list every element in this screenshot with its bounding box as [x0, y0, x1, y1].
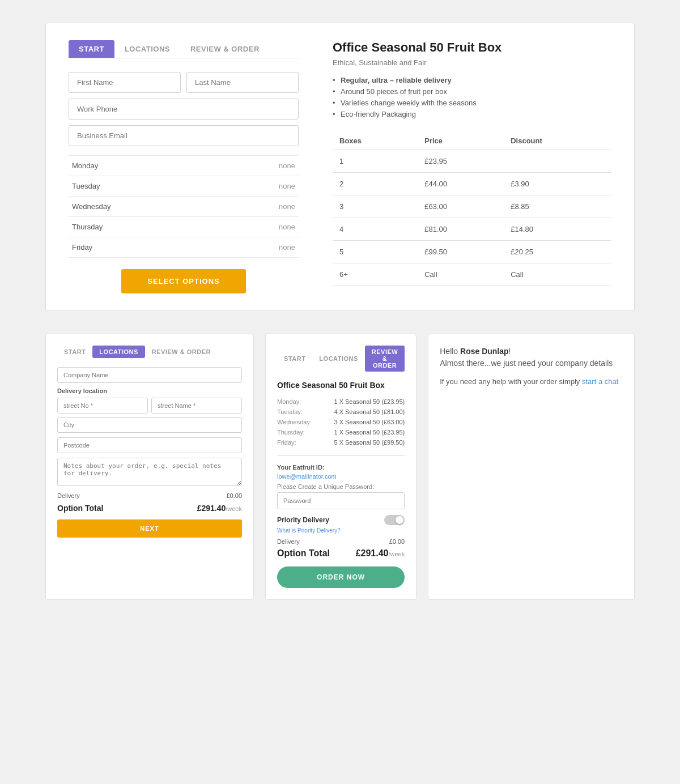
select-options-button[interactable]: SELECT OPTIONS — [121, 269, 246, 293]
bottom-mid-tab-locations[interactable]: LOCATIONS — [312, 352, 364, 365]
bottom-left-tab-review[interactable]: REVIEW & ORDER — [145, 346, 218, 358]
pricing-table: Boxes Price Discount 1 £23.95 2 £44.00 £… — [333, 132, 611, 286]
tab-review-order[interactable]: REVIEW & ORDER — [180, 40, 270, 58]
price-3: £63.00 — [418, 195, 504, 218]
password-input[interactable] — [277, 492, 405, 509]
price-4: £81.00 — [418, 218, 504, 241]
feature-item-4: Eco-friendly Packaging — [333, 110, 611, 118]
review-day-wednesday: Wednesday: 3 X Seasonal 50 (£63.00) — [277, 417, 405, 427]
order-now-button[interactable]: ORDER NOW — [277, 566, 405, 588]
price-6: Call — [418, 263, 504, 286]
priority-toggle[interactable] — [384, 515, 405, 525]
discount-1 — [504, 150, 611, 173]
pricing-row-5: 5 £99.50 £20.25 — [333, 241, 611, 263]
price-1: £23.95 — [418, 150, 504, 173]
pricing-row-3: 3 £63.00 £8.85 — [333, 195, 611, 218]
bottom-left-tab-bar: START LOCATIONS REVIEW & ORDER — [57, 346, 242, 358]
eatfruit-label: Your Eatfruit ID: — [277, 464, 405, 471]
review-delivery-label: Delivery — [277, 538, 300, 545]
feature-text-1: Regular, ultra – reliable delivery — [341, 76, 452, 84]
priority-link[interactable]: What is Priority Delivery? — [277, 527, 405, 534]
email-row — [69, 125, 299, 146]
option-total-row: Option Total £291.40/week — [57, 504, 242, 513]
postcode-input[interactable] — [57, 437, 242, 453]
day-row-tuesday: Tuesday none — [69, 176, 299, 197]
locations-panel: START LOCATIONS REVIEW & ORDER Delivery … — [45, 334, 254, 600]
help-message: If you need any help with your order sim… — [440, 376, 623, 387]
delivery-label: Delivery — [57, 492, 80, 499]
left-panel: START LOCATIONS REVIEW & ORDER Monday — [69, 40, 299, 293]
discount-2: £3.90 — [504, 173, 611, 195]
review-total-row: Option Total £291.40/week — [277, 548, 405, 559]
week-suffix: /week — [226, 505, 242, 512]
review-day-thursday: Thursday: 1 X Seasonal 50 (£23.95) — [277, 427, 405, 437]
tab-bar: START LOCATIONS REVIEW & ORDER — [69, 40, 299, 58]
review-day-label-tue: Tuesday: — [277, 408, 303, 415]
feature-item-2: Around 50 pieces of fruit per box — [333, 87, 611, 96]
review-total-label: Option Total — [277, 548, 330, 559]
bottom-mid-tab-start[interactable]: START — [277, 352, 312, 365]
col-header-boxes: Boxes — [333, 132, 418, 150]
company-name-input[interactable] — [57, 367, 242, 383]
priority-label: Priority Delivery — [277, 516, 329, 524]
next-button[interactable]: NEXT — [57, 519, 242, 538]
bottom-mid-tab-review[interactable]: REVIEW & ORDER — [365, 346, 405, 372]
street-name-input[interactable] — [151, 398, 242, 414]
day-label-wednesday: Wednesday — [72, 202, 110, 211]
price-5: £99.50 — [418, 241, 504, 263]
product-title: Office Seasonal 50 Fruit Box — [333, 40, 611, 55]
day-label-monday: Monday — [72, 161, 98, 170]
business-email-input[interactable] — [69, 125, 299, 146]
pricing-row-2: 2 £44.00 £3.90 — [333, 173, 611, 195]
day-row-friday: Friday none — [69, 237, 299, 258]
discount-3: £8.85 — [504, 195, 611, 218]
last-name-input[interactable] — [186, 72, 299, 93]
day-row-monday: Monday none — [69, 156, 299, 176]
notes-textarea[interactable] — [57, 458, 242, 486]
review-day-label-wed: Wednesday: — [277, 419, 312, 425]
tab-locations[interactable]: LOCATIONS — [114, 40, 180, 58]
hello-panel: Hello Rose Dunlap! Almost there...we jus… — [428, 334, 635, 600]
password-label: Please Create a Unique Password: — [277, 483, 405, 490]
feature-text-3: Varieties change weekly with the seasons — [341, 99, 477, 107]
day-label-tuesday: Tuesday — [72, 182, 100, 190]
feature-item-3: Varieties change weekly with the seasons — [333, 99, 611, 107]
product-features-list: Regular, ultra – reliable delivery Aroun… — [333, 76, 611, 118]
review-product-title: Office Seasonal 50 Fruit Box — [277, 381, 405, 390]
review-delivery-cost: £0.00 — [389, 538, 405, 545]
review-day-monday: Monday: 1 X Seasonal 50 (£23.95) — [277, 397, 405, 407]
delivery-location-label: Delivery location — [57, 387, 242, 394]
day-value-wednesday: none — [279, 202, 295, 211]
tab-start[interactable]: START — [69, 40, 114, 58]
product-subtitle: Ethical, Sustainable and Fair — [333, 58, 611, 67]
review-day-items-wed: 3 X Seasonal 50 (£63.00) — [334, 419, 405, 425]
street-no-input[interactable] — [57, 398, 148, 414]
work-phone-input[interactable] — [69, 99, 299, 120]
discount-5: £20.25 — [504, 241, 611, 263]
hello-name: Rose Dunlap — [460, 347, 509, 356]
day-row-wednesday: Wednesday none — [69, 197, 299, 217]
delivery-cost-row: Delivery £0.00 — [57, 492, 242, 499]
review-day-items-thu: 1 X Seasonal 50 (£23.95) — [334, 429, 405, 436]
review-delivery-cost-row: Delivery £0.00 — [277, 538, 405, 545]
eatfruit-section: Your Eatfruit ID: lowe@mailinator.com Pl… — [277, 455, 405, 588]
first-name-input[interactable] — [69, 72, 181, 93]
pricing-row-1: 1 £23.95 — [333, 150, 611, 173]
col-header-price: Price — [418, 132, 504, 150]
review-day-label-thu: Thursday: — [277, 429, 305, 436]
review-day-items-fri: 5 X Seasonal 50 (£99.50) — [334, 439, 405, 446]
discount-4: £14.80 — [504, 218, 611, 241]
hello-message: Hello Rose Dunlap! Almost there...we jus… — [440, 346, 623, 369]
pricing-row-4: 4 £81.00 £14.80 — [333, 218, 611, 241]
boxes-3: 3 — [333, 195, 418, 218]
city-input[interactable] — [57, 417, 242, 433]
bottom-left-tab-locations[interactable]: LOCATIONS — [92, 346, 144, 358]
start-chat-link[interactable]: start a chat — [582, 377, 618, 386]
boxes-2: 2 — [333, 173, 418, 195]
bottom-left-tab-start[interactable]: START — [57, 346, 92, 358]
review-day-label-fri: Friday: — [277, 439, 296, 446]
feature-text-4: Eco-friendly Packaging — [341, 110, 416, 118]
boxes-4: 4 — [333, 218, 418, 241]
day-label-thursday: Thursday — [72, 223, 103, 231]
name-row — [69, 72, 299, 93]
